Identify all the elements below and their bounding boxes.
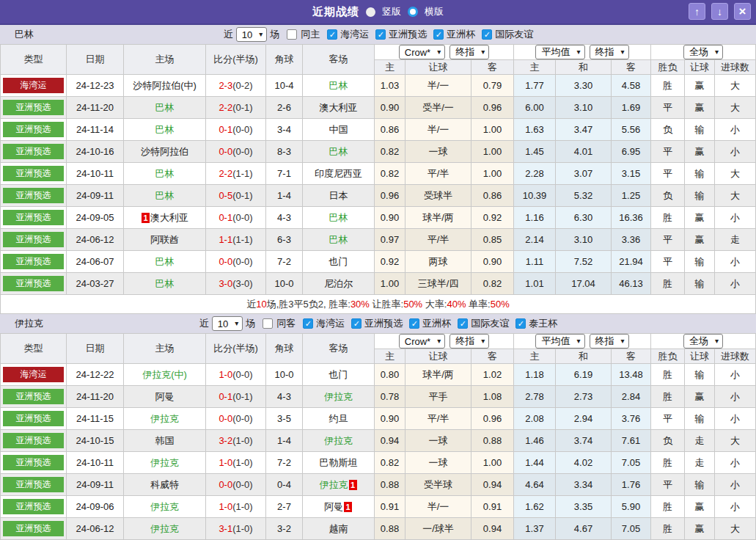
odds-home: 0.90	[375, 97, 405, 119]
avg-away: 1.25	[612, 185, 651, 207]
score-cell: 2-2(0-1)	[206, 97, 266, 119]
avg-draw: 7.52	[556, 251, 612, 273]
sub-col-header-7: 让球	[685, 60, 715, 75]
result-goals: 小	[715, 496, 756, 518]
avg-away: 3.15	[612, 163, 651, 185]
average-time-select[interactable]: 终指▾	[590, 45, 629, 59]
odds-home: 0.82	[375, 141, 405, 163]
home-team: 科威特	[150, 479, 179, 490]
halftime-score: (0-0)	[232, 369, 252, 380]
home-team-cell: 伊拉克	[124, 518, 206, 540]
odds-handicap: 一球	[405, 452, 471, 474]
home-team-cell: 巴林	[124, 251, 206, 273]
league-checkbox-0[interactable]: ✓	[303, 318, 313, 329]
col-header-0: 类型	[1, 334, 67, 364]
fulltime-score: 0-0	[219, 413, 232, 424]
layout-horizontal-label[interactable]: 横版	[425, 5, 444, 18]
away-team-cell: 伊拉克	[303, 386, 375, 408]
league-checkbox-3[interactable]: ✓	[482, 29, 492, 40]
odds-provider-select[interactable]: Crow*▾	[399, 45, 445, 59]
home-team: 巴林	[155, 102, 175, 113]
away-team-cell: 巴勒斯坦	[303, 452, 375, 474]
odds-away: 0.86	[471, 185, 514, 207]
result-outcome: 负	[651, 185, 685, 207]
summary-segment: 单率:	[466, 299, 490, 310]
odds-home: 0.88	[375, 518, 405, 540]
sub-col-header-1: 让球	[405, 349, 471, 364]
avg-home: 2.08	[514, 408, 556, 430]
same-venue-checkbox[interactable]	[287, 29, 297, 40]
same-venue-checkbox[interactable]	[263, 318, 273, 329]
avg-away: 7.05	[612, 452, 651, 474]
avg-home: 4.64	[514, 474, 556, 496]
score-cell: 1-1(1-1)	[206, 229, 266, 251]
league-checkbox-4[interactable]: ✓	[515, 318, 526, 329]
away-team: 巴林	[329, 146, 348, 157]
league-checkbox-1[interactable]: ✓	[375, 29, 386, 40]
average-select[interactable]: 平均值▾	[535, 45, 584, 59]
league-label-3: 国际友谊	[471, 317, 509, 330]
league-checkbox-1[interactable]: ✓	[351, 318, 362, 329]
sub-col-header-6: 胜负	[651, 60, 685, 75]
league-label-1: 亚洲预选	[389, 28, 427, 41]
match-date: 24-09-11	[67, 185, 124, 207]
league-badge: 亚洲预选	[3, 499, 64, 514]
odds-time-select[interactable]: 终指▾	[449, 45, 489, 59]
window-buttons: ↑ ↓ ×	[689, 3, 751, 20]
halftime-score: (1-0)	[232, 435, 252, 446]
avg-away: 6.95	[612, 141, 651, 163]
away-team-cell: 中国	[303, 119, 375, 141]
league-checkbox-3[interactable]: ✓	[458, 318, 468, 329]
sub-col-header-2: 客	[471, 60, 514, 75]
away-team: 尼泊尔	[324, 278, 353, 289]
result-outcome: 平	[651, 251, 685, 273]
odds-time-select-value: 终指	[455, 45, 474, 59]
col-header-5: 客场	[303, 45, 375, 75]
fulltime-select[interactable]: 全场▾	[683, 45, 723, 59]
league-checkbox-0[interactable]: ✓	[327, 29, 337, 40]
odds-away: 0.96	[471, 97, 514, 119]
scroll-up-button[interactable]: ↑	[689, 3, 705, 20]
layout-vertical-label[interactable]: 竖版	[382, 5, 401, 18]
league-cell: 海湾运	[1, 75, 67, 97]
home-team: 沙特阿拉伯	[141, 146, 188, 157]
match-count-select[interactable]: 10▾	[236, 27, 268, 42]
fulltime-select[interactable]: 全场▾	[683, 334, 723, 349]
league-badge: 亚洲预选	[3, 188, 64, 203]
league-checkbox-2[interactable]: ✓	[409, 318, 419, 329]
result-goals: 小	[715, 408, 756, 430]
odds-home: 0.86	[375, 119, 405, 141]
home-team-cell: 沙特阿拉伯	[124, 141, 206, 163]
average-time-select[interactable]: 终指▾	[590, 334, 629, 349]
layout-horizontal-radio[interactable]	[408, 7, 418, 17]
result-goals: 小	[715, 141, 756, 163]
odds-group-0: Crow*▾终指▾	[375, 45, 514, 60]
odds-time-select[interactable]: 终指▾	[449, 334, 489, 349]
score-cell: 0-0(0-0)	[206, 408, 266, 430]
league-badge: 亚洲预选	[3, 455, 64, 470]
average-select[interactable]: 平均值▾	[535, 334, 584, 349]
average-time-select-value: 终指	[595, 45, 614, 59]
league-cell: 亚洲预选	[1, 518, 67, 540]
league-checkbox-2[interactable]: ✓	[433, 29, 444, 40]
match-count-select[interactable]: 10▾	[212, 316, 243, 331]
result-outcome: 负	[651, 119, 685, 141]
halftime-score: (0-1)	[232, 102, 252, 113]
odds-handicap: 球半/两	[405, 364, 471, 386]
odds-home: 0.90	[375, 408, 405, 430]
league-badge: 亚洲预选	[3, 210, 64, 225]
scroll-down-button[interactable]: ↓	[711, 3, 728, 20]
chevron-down-icon: ▾	[715, 48, 719, 56]
halftime-score: (3-0)	[232, 278, 252, 289]
away-team: 印度尼西亚	[315, 168, 362, 179]
avg-draw: 6.30	[556, 207, 612, 229]
chevron-down-icon: ▾	[621, 338, 625, 345]
layout-vertical-radio[interactable]	[366, 7, 375, 17]
odds-handicap: 平/半	[405, 163, 471, 185]
sections-container: 巴林 近10▾场同主✓海湾运✓亚洲预选✓亚洲杯✓国际友谊 类型日期主场比分(半场…	[0, 25, 756, 540]
league-cell: 亚洲预选	[1, 474, 67, 496]
titlebar: 近期战绩 竖版 横版 ↑ ↓ ×	[0, 0, 756, 25]
odds-provider-select[interactable]: Crow*▾	[399, 334, 445, 349]
close-button[interactable]: ×	[734, 3, 751, 20]
result-goals: 小	[715, 452, 756, 474]
